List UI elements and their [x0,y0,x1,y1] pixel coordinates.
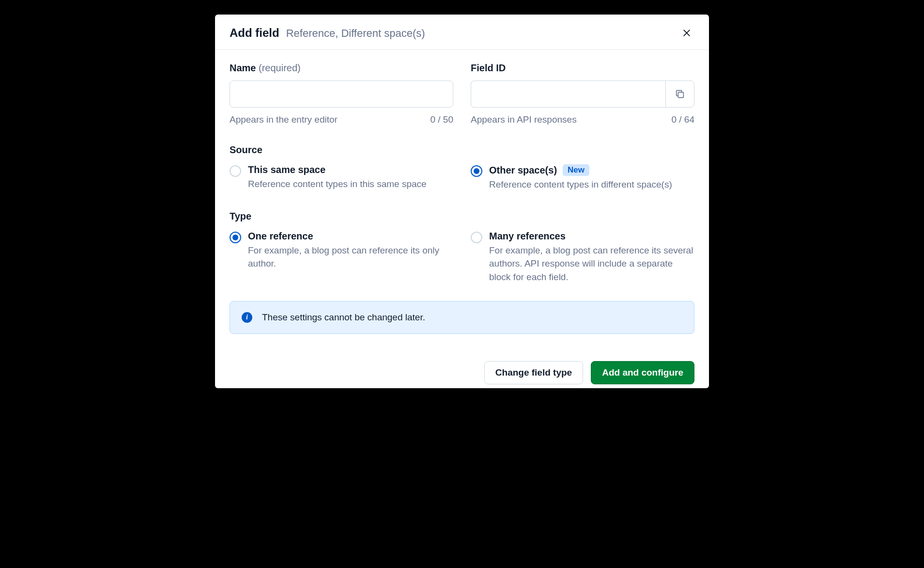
radio-title: Other space(s) [489,165,557,176]
modal-subtitle: Reference, Different space(s) [286,27,425,40]
close-button[interactable] [679,25,694,41]
info-icon: i [242,312,252,323]
name-label: Name (required) [230,63,453,74]
radio-type-many-references[interactable]: Many references For example, a blog post… [471,231,694,284]
radio-indicator [230,232,241,243]
fieldid-field-group: Field ID Appears in API responses 0 / 64 [471,63,694,125]
name-counter: 0 / 50 [430,114,453,125]
radio-source-same-space[interactable]: This same space Reference content types … [230,164,453,191]
fieldid-label: Field ID [471,63,694,74]
name-helper: Appears in the entry editor [230,114,338,125]
name-input[interactable] [230,80,453,108]
radio-title: Many references [489,231,566,242]
modal-title-wrap: Add field Reference, Different space(s) [230,26,425,40]
radio-source-other-spaces[interactable]: Other space(s) New Reference content typ… [471,164,694,191]
radio-indicator [471,165,482,177]
radio-title: One reference [248,231,313,242]
source-heading: Source [230,144,694,156]
new-badge: New [563,164,589,176]
modal-footer: Change field type Add and configure [215,334,709,388]
type-heading: Type [230,211,694,222]
radio-desc: Reference content types in different spa… [489,178,694,191]
source-options: This same space Reference content types … [230,164,694,191]
add-field-modal: Add field Reference, Different space(s) … [215,15,709,388]
radio-desc: For example, a blog post can reference i… [489,244,694,284]
close-icon [682,28,692,38]
modal-title: Add field [230,26,279,40]
fieldid-counter: 0 / 64 [671,114,694,125]
fieldid-helper: Appears in API responses [471,114,577,125]
radio-indicator [230,165,241,177]
fieldid-input[interactable] [471,80,665,108]
modal-body: Name (required) Appears in the entry edi… [215,50,709,334]
radio-desc: For example, a blog post can reference i… [248,244,453,270]
svg-rect-2 [678,92,683,97]
modal-header: Add field Reference, Different space(s) [215,15,709,50]
name-required-suffix: (required) [259,63,301,73]
radio-title: This same space [248,164,325,175]
add-and-configure-button[interactable]: Add and configure [591,361,694,384]
radio-type-one-reference[interactable]: One reference For example, a blog post c… [230,231,453,270]
radio-desc: Reference content types in this same spa… [248,177,453,191]
type-options: One reference For example, a blog post c… [230,231,694,284]
info-text: These settings cannot be changed later. [262,312,425,323]
name-field-group: Name (required) Appears in the entry edi… [230,63,453,125]
name-label-text: Name [230,63,256,73]
radio-indicator [471,232,482,243]
change-field-type-button[interactable]: Change field type [484,361,583,384]
copy-icon [675,89,685,99]
copy-fieldid-button[interactable] [665,80,695,108]
info-banner: i These settings cannot be changed later… [230,301,694,334]
